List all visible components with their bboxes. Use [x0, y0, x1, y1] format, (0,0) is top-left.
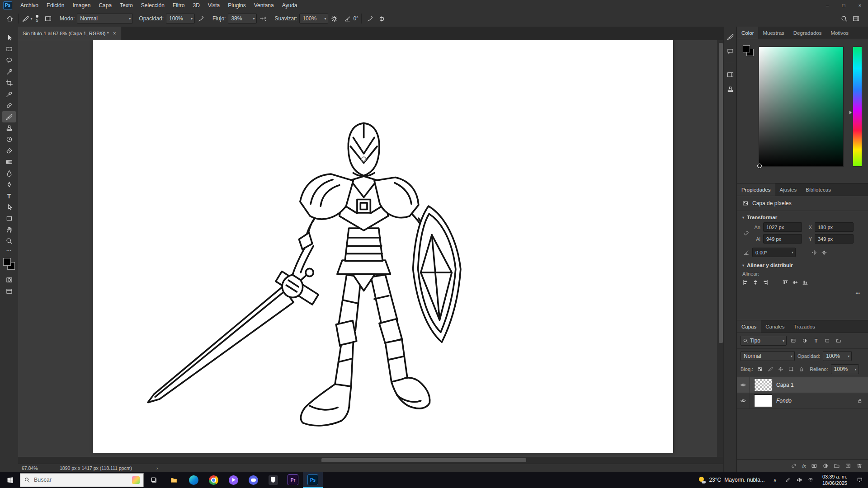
lock-image-pixels-icon[interactable] — [766, 366, 774, 373]
align-right-button[interactable] — [762, 279, 769, 286]
filter-pixel-layers-icon[interactable] — [789, 336, 798, 345]
healing-brush-tool[interactable] — [2, 100, 16, 111]
menu-item-plugins[interactable]: Plugins — [224, 0, 250, 10]
zoom-tool[interactable] — [2, 235, 16, 247]
lock-all-icon[interactable] — [797, 366, 805, 373]
restore-button[interactable]: □ — [835, 0, 852, 10]
menu-item-archivo[interactable]: Archivo — [16, 0, 42, 10]
volume-icon[interactable] — [796, 477, 802, 483]
tab-propiedades[interactable]: Propiedades — [737, 183, 775, 196]
foreground-background-swatches[interactable] — [3, 258, 15, 270]
blur-tool[interactable] — [2, 168, 16, 179]
tray-chevron-icon[interactable]: ∧ — [769, 478, 781, 483]
pen-tool[interactable] — [2, 179, 16, 190]
flip-horizontal-button[interactable] — [811, 249, 817, 256]
airbrush-button[interactable] — [257, 13, 269, 24]
align-center-horizontal-button[interactable] — [752, 279, 759, 286]
new-layer-icon[interactable] — [845, 463, 851, 469]
toggle-brush-panel-button[interactable] — [42, 13, 54, 24]
menu-item-imagen[interactable]: Imagen — [68, 0, 94, 10]
menu-item-texto[interactable]: Texto — [116, 0, 137, 10]
filter-type-layers-icon[interactable]: T — [811, 336, 821, 345]
link-dimensions-icon[interactable] — [743, 230, 750, 236]
width-field[interactable]: 1027 px — [763, 222, 802, 232]
transform-section-header[interactable]: ▾ Transformar — [737, 211, 868, 222]
minimize-button[interactable]: – — [819, 0, 835, 10]
rectangle-tool[interactable] — [2, 213, 16, 224]
chrome-button[interactable] — [203, 472, 223, 488]
link-layers-icon[interactable] — [791, 463, 797, 469]
layer-name[interactable]: Capa 1 — [776, 382, 794, 388]
quick-mask-button[interactable] — [2, 274, 16, 286]
menu-item-3d[interactable]: 3D — [189, 0, 203, 10]
close-tab-icon[interactable]: × — [113, 30, 116, 37]
layer-visibility-eye-icon[interactable] — [737, 393, 750, 408]
clone-stamp-tool[interactable] — [2, 122, 16, 134]
magic-wand-tool[interactable] — [2, 66, 16, 77]
photoshop-button[interactable]: Ps — [303, 472, 323, 488]
screen-mode-button[interactable] — [2, 286, 16, 297]
menu-item-seleccion[interactable]: Selección — [137, 0, 169, 10]
add-layer-mask-icon[interactable] — [811, 463, 817, 469]
align-bottom-button[interactable] — [802, 279, 808, 286]
tab-motivos[interactable]: Motivos — [826, 27, 853, 39]
path-selection-tool[interactable] — [2, 202, 16, 213]
align-middle-vertical-button[interactable] — [792, 279, 798, 286]
tab-degradados[interactable]: Degradados — [789, 27, 826, 39]
pressure-opacity-button[interactable] — [195, 13, 207, 24]
layer-row-fondo[interactable]: Fondo — [737, 393, 868, 409]
brush-tool[interactable] — [2, 111, 16, 122]
tab-bibliotecas[interactable]: Bibliotecas — [801, 183, 835, 196]
layers-opacity-select[interactable]: 100% ▾ — [823, 351, 852, 361]
edge-button[interactable] — [184, 472, 203, 488]
tab-muestras[interactable]: Muestras — [758, 27, 788, 39]
layer-thumbnail[interactable] — [754, 379, 772, 391]
rectangular-marquee-tool[interactable] — [2, 43, 16, 55]
move-tool[interactable] — [2, 32, 16, 43]
epic-games-button[interactable] — [263, 472, 283, 488]
close-button[interactable]: × — [852, 0, 868, 10]
y-field[interactable]: 349 px — [815, 234, 854, 244]
opacity-select[interactable]: 100% ▾ — [166, 14, 195, 23]
fill-select[interactable]: 100% ▾ — [831, 364, 859, 374]
brush-settings-panel-icon[interactable] — [726, 71, 734, 79]
menu-item-edicion[interactable]: Edición — [42, 0, 68, 10]
lock-artboard-icon[interactable] — [787, 366, 795, 373]
discord-button[interactable] — [243, 472, 263, 488]
clone-source-panel-icon[interactable] — [726, 85, 734, 93]
layer-name[interactable]: Fondo — [776, 398, 792, 404]
tab-color[interactable]: Color — [737, 27, 758, 39]
filter-adjustment-layers-icon[interactable] — [800, 336, 809, 345]
premiere-button[interactable]: Pr — [283, 472, 303, 488]
symmetry-button[interactable] — [376, 13, 388, 24]
layer-effects-icon[interactable]: fx — [802, 463, 806, 469]
brush-preset-picker[interactable]: 5 — [36, 15, 38, 23]
pen-tray-icon[interactable] — [785, 477, 791, 483]
more-options-button[interactable]: ••• — [856, 291, 860, 296]
file-explorer-button[interactable] — [164, 472, 184, 488]
taskbar-search-box[interactable]: Buscar — [20, 473, 144, 487]
crop-tool[interactable] — [2, 77, 16, 89]
menu-item-filtro[interactable]: Filtro — [169, 0, 189, 10]
panel-foreground-swatch[interactable] — [743, 45, 750, 52]
canvas[interactable] — [93, 40, 673, 453]
pressure-size-button[interactable] — [364, 13, 376, 24]
gradient-tool[interactable] — [2, 156, 16, 168]
history-brush-tool[interactable] — [2, 134, 16, 145]
layers-blend-mode-select[interactable]: Normal ▾ — [741, 351, 795, 361]
new-group-icon[interactable] — [834, 463, 840, 469]
brushes-panel-icon[interactable] — [726, 33, 734, 41]
search-icon[interactable] — [838, 13, 850, 24]
network-icon[interactable] — [807, 477, 814, 483]
weather-widget[interactable]: 23°C Mayorm. nubla... — [694, 476, 769, 483]
tab-capas[interactable]: Capas — [737, 320, 761, 333]
tab-trazados[interactable]: Trazados — [789, 320, 820, 333]
start-button[interactable] — [0, 472, 20, 488]
align-top-button[interactable] — [782, 279, 788, 286]
zoom-level-field[interactable]: 67.84% — [22, 465, 45, 471]
edit-toolbar-button[interactable]: ••• — [6, 249, 11, 253]
lock-position-icon[interactable] — [777, 366, 784, 373]
lock-transparent-pixels-icon[interactable] — [756, 366, 764, 373]
hand-tool[interactable] — [2, 224, 16, 235]
tab-ajustes[interactable]: Ajustes — [775, 183, 802, 196]
